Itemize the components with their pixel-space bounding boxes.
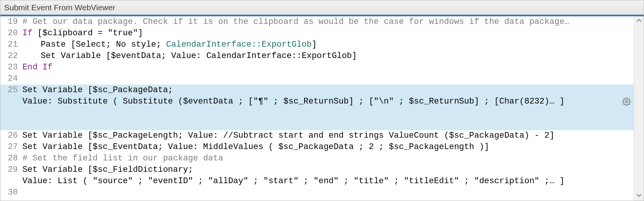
line-code — [22, 187, 634, 198]
line-code: Set Variable [$sc_PackageData; — [22, 85, 634, 96]
code-text: Set Variable [$sc_PackageData; — [22, 85, 173, 95]
line-number: 30 — [0, 187, 22, 198]
script-line[interactable]: 29 Set Variable [$sc_FieldDictionary; — [0, 164, 634, 176]
line-code: Set Variable [$sc_FieldDictionary; — [22, 164, 634, 176]
window-title: Submit Event From WebViewer — [0, 0, 644, 15]
line-number: 25 — [0, 85, 22, 96]
code-text: Set Variable [$sc_PackageLength; Value: … — [22, 131, 554, 140]
scroll-up-arrow-icon[interactable] — [634, 18, 644, 24]
script-line-selected[interactable]: 25 Set Variable [$sc_PackageData; — [0, 85, 634, 96]
script-line[interactable]: 19 # Get our data package. Check if it i… — [0, 16, 634, 28]
script-line[interactable]: 21 Paste [Select; No style; CalendarInte… — [0, 39, 634, 50]
line-number — [0, 176, 22, 187]
scroll-down-arrow-icon[interactable] — [634, 193, 644, 199]
code-text: Set Variable [$sc_EventData; Value: Midd… — [22, 142, 489, 152]
code-text: Value: List ( "source" ; "eventID" ; "al… — [22, 176, 565, 186]
script-line[interactable]: 23 End If — [0, 62, 634, 73]
script-line-cont[interactable]: Value: List ( "source" ; "eventID" ; "al… — [0, 176, 634, 187]
script-line[interactable]: 20 If [$clipboard = "true"] — [0, 28, 634, 39]
line-code: Set Variable [$sc_PackageLength; Value: … — [22, 130, 634, 141]
line-number: 29 — [0, 164, 22, 176]
script-line[interactable]: 24 — [0, 73, 634, 85]
code-text: ] — [312, 40, 317, 49]
script-editor-window: Submit Event From WebViewer 19 # Get our… — [0, 0, 644, 201]
vertical-scrollbar[interactable] — [634, 16, 644, 201]
script-line[interactable]: 30 — [0, 187, 634, 198]
line-code: If [$clipboard = "true"] — [22, 28, 634, 39]
code-text: Value: Substitute ( Substitute ($eventDa… — [22, 97, 565, 106]
line-number: 22 — [0, 50, 22, 62]
gear-icon[interactable] — [622, 97, 631, 106]
code-text: Set Variable [$sc_FieldDictionary; — [22, 165, 193, 174]
script-line-selected-cont[interactable]: Value: Substitute ( Substitute ($eventDa… — [0, 96, 634, 130]
script-line[interactable]: 27 Set Variable [$sc_EventData; Value: M… — [0, 141, 634, 153]
line-number: 27 — [0, 141, 22, 153]
script-editor[interactable]: 19 # Get our data package. Check if it i… — [0, 16, 634, 201]
line-code: # Get our data package. Check if it is o… — [22, 16, 634, 28]
line-number: 26 — [0, 130, 22, 141]
line-code: Value: Substitute ( Substitute ($eventDa… — [22, 96, 634, 130]
line-code: Paste [Select; No style; CalendarInterfa… — [22, 39, 634, 50]
line-number: 19 — [0, 16, 22, 28]
keyword-endif: End If — [22, 63, 52, 72]
line-number: 20 — [0, 28, 22, 39]
code-text: Set Variable [$eventData; Value: Calenda… — [41, 51, 357, 61]
svg-point-0 — [625, 100, 628, 103]
line-code — [22, 73, 634, 85]
field-reference: CalendarInterface::ExportGlob — [166, 40, 312, 49]
keyword-if: If — [22, 28, 32, 38]
line-code: Value: List ( "source" ; "eventID" ; "al… — [22, 176, 634, 187]
line-number: 21 — [0, 39, 22, 50]
comment-text: # Set the field list in our package data — [22, 154, 223, 163]
script-line[interactable]: 28 # Set the field list in our package d… — [0, 153, 634, 164]
line-code: Set Variable [$eventData; Value: Calenda… — [22, 50, 634, 62]
line-number: 28 — [0, 153, 22, 164]
line-code: # Set the field list in our package data — [22, 153, 634, 164]
comment-text: # Get our data package. Check if it is o… — [22, 17, 569, 27]
line-number: 23 — [0, 62, 22, 73]
code-text: [$clipboard = "true"] — [32, 28, 143, 38]
line-number: 24 — [0, 73, 22, 85]
code-text: Paste [Select; No style; — [41, 40, 166, 49]
script-line[interactable]: 22 Set Variable [$eventData; Value: Cale… — [0, 50, 634, 62]
line-number — [0, 96, 22, 107]
line-code: End If — [22, 62, 634, 73]
script-line[interactable]: 26 Set Variable [$sc_PackageLength; Valu… — [0, 130, 634, 141]
line-code: Set Variable [$sc_EventData; Value: Midd… — [22, 141, 634, 153]
editor-body: 19 # Get our data package. Check if it i… — [0, 16, 644, 201]
